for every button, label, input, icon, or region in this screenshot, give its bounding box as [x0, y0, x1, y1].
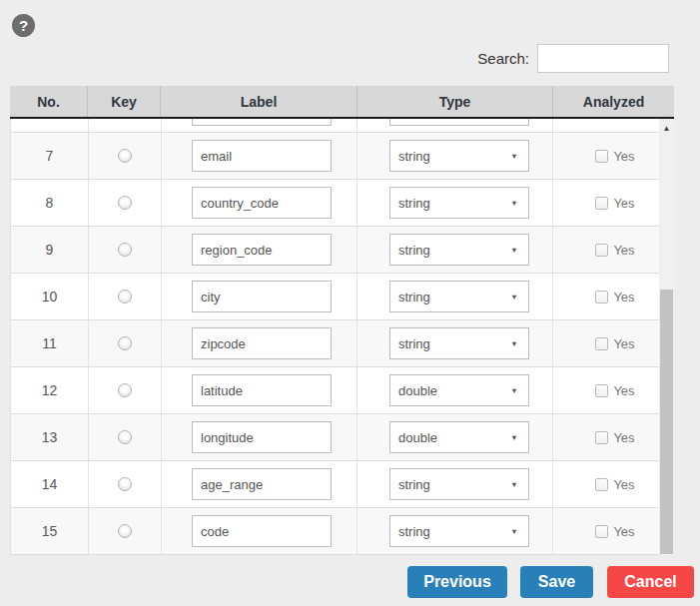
- row-number: 11: [11, 320, 88, 366]
- type-cell: [356, 119, 552, 133]
- key-cell: [88, 274, 161, 319]
- type-select[interactable]: [389, 119, 529, 126]
- row-number: 15: [11, 508, 88, 554]
- row-number: 14: [11, 461, 88, 507]
- analyzed-checkbox[interactable]: [595, 431, 608, 444]
- save-button[interactable]: Save: [520, 566, 593, 598]
- header-type: Type: [356, 86, 552, 117]
- analyzed-checkbox[interactable]: [595, 337, 608, 350]
- partial-row: [11, 119, 660, 133]
- key-radio[interactable]: [118, 477, 132, 491]
- label-input[interactable]: [192, 187, 332, 219]
- type-select[interactable]: string: [389, 187, 529, 219]
- analyzed-label: Yes: [613, 243, 634, 258]
- analyzed-checkbox[interactable]: [595, 478, 608, 491]
- key-radio[interactable]: [118, 243, 132, 257]
- type-select[interactable]: string: [389, 234, 529, 266]
- analyzed-checkbox[interactable]: [595, 525, 608, 538]
- analyzed-label: Yes: [613, 149, 634, 164]
- table-row: 15 string ▼ Yes: [11, 508, 660, 555]
- label-input[interactable]: [192, 281, 332, 312]
- label-cell: [161, 461, 356, 507]
- analyzed-label: Yes: [613, 336, 634, 351]
- label-cell: [161, 367, 356, 413]
- search-label: Search:: [477, 50, 529, 67]
- type-select[interactable]: string: [389, 468, 529, 500]
- key-radio[interactable]: [118, 290, 132, 303]
- table-body: 7 string ▼ Yes 8 string ▼: [10, 119, 674, 555]
- type-select[interactable]: string: [389, 327, 529, 359]
- label-input[interactable]: [192, 327, 332, 359]
- search-bar: Search:: [477, 44, 669, 73]
- scrollbar-thumb[interactable]: [660, 290, 673, 554]
- analyzed-label: Yes: [613, 524, 634, 539]
- search-input[interactable]: [537, 44, 669, 73]
- analyzed-cell: Yes: [552, 508, 659, 554]
- label-input[interactable]: [192, 119, 332, 126]
- analyzed-checkbox[interactable]: [595, 384, 608, 397]
- table-scrollbar[interactable]: ▲: [659, 119, 674, 555]
- fields-table: No. Key Label Type Analyzed 7: [10, 86, 674, 555]
- type-select[interactable]: string: [389, 140, 529, 172]
- type-cell: string ▼: [356, 320, 552, 366]
- analyzed-label: Yes: [613, 383, 634, 398]
- type-select[interactable]: double: [389, 374, 529, 406]
- table-body-rows: 7 string ▼ Yes 8 string ▼: [11, 133, 660, 555]
- help-icon[interactable]: ?: [12, 14, 35, 37]
- label-cell: [161, 133, 356, 179]
- analyzed-cell: Yes: [552, 180, 659, 226]
- type-select[interactable]: double: [389, 421, 529, 453]
- type-select[interactable]: string: [389, 281, 529, 312]
- row-number: 13: [11, 414, 88, 460]
- label-cell: [161, 227, 356, 273]
- analyzed-cell: Yes: [552, 367, 659, 413]
- key-radio[interactable]: [118, 149, 132, 163]
- analyzed-cell: Yes: [552, 320, 659, 366]
- key-radio[interactable]: [118, 524, 132, 538]
- row-number: 7: [11, 133, 88, 179]
- analyzed-label: Yes: [613, 430, 634, 445]
- key-cell: [88, 508, 161, 554]
- analyzed-checkbox[interactable]: [595, 291, 608, 303]
- analyzed-cell: Yes: [552, 133, 659, 179]
- label-input[interactable]: [192, 140, 332, 172]
- analyzed-checkbox[interactable]: [595, 197, 608, 210]
- key-radio[interactable]: [118, 383, 132, 397]
- table-row: 11 string ▼ Yes: [11, 320, 660, 367]
- key-radio[interactable]: [118, 430, 132, 444]
- previous-button[interactable]: Previous: [407, 566, 507, 598]
- table-row: 10 string ▼ Yes: [11, 274, 660, 320]
- type-cell: string ▼: [356, 133, 552, 179]
- table-row: 14 string ▼ Yes: [11, 461, 660, 508]
- row-number: [11, 119, 88, 133]
- label-input[interactable]: [192, 468, 332, 500]
- label-input[interactable]: [192, 374, 332, 406]
- analyzed-checkbox[interactable]: [595, 244, 608, 257]
- key-radio[interactable]: [118, 336, 132, 350]
- analyzed-label: Yes: [613, 477, 634, 492]
- label-cell: [161, 180, 356, 226]
- key-radio[interactable]: [118, 196, 132, 210]
- label-input[interactable]: [192, 515, 332, 547]
- table-header-row: No. Key Label Type Analyzed: [10, 86, 674, 119]
- label-cell: [161, 320, 356, 366]
- scrollbar-up-arrow[interactable]: ▲: [659, 122, 674, 134]
- type-cell: string ▼: [356, 461, 552, 507]
- analyzed-cell: Yes: [552, 414, 659, 460]
- table-row: 8 string ▼ Yes: [11, 180, 660, 227]
- analyzed-checkbox[interactable]: [595, 150, 608, 163]
- header-label: Label: [160, 86, 356, 117]
- table-row: 7 string ▼ Yes: [11, 133, 660, 180]
- cancel-button[interactable]: Cancel: [607, 566, 694, 598]
- header-no: No.: [10, 86, 87, 117]
- type-select[interactable]: string: [389, 515, 529, 547]
- label-cell: [161, 274, 356, 319]
- type-cell: string ▼: [356, 180, 552, 226]
- key-cell: [88, 461, 161, 507]
- row-number: 8: [11, 180, 88, 226]
- table-row: 12 double ▼ Yes: [11, 367, 660, 414]
- label-input[interactable]: [192, 421, 332, 453]
- label-input[interactable]: [192, 234, 332, 266]
- analyzed-cell: Yes: [552, 274, 659, 319]
- row-number: 12: [11, 367, 88, 413]
